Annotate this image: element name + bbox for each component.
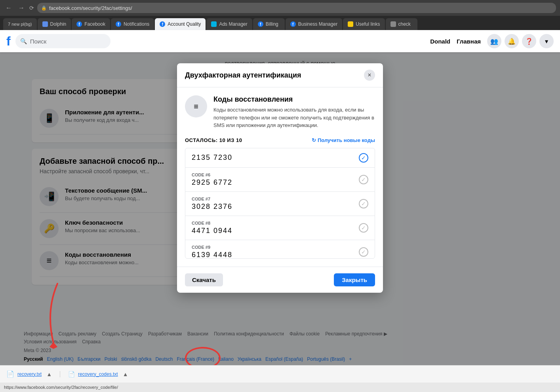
- close-modal-btn[interactable]: Закрыть: [334, 273, 375, 286]
- modal-body: ≡ Коды восстановления Коды восстановлени…: [177, 87, 383, 267]
- status-bar: https://www.facebook.com/security/2fac/r…: [0, 383, 560, 392]
- two-factor-modal: Двухфакторная аутентификация × ≡ Коды во…: [177, 63, 383, 293]
- code-item-6: CODE #6 2925 6772 ✓: [185, 168, 375, 192]
- tab-account-quality[interactable]: f Account Quality: [155, 18, 206, 30]
- recovery-modal-desc: Коды восстановления можно использовать д…: [213, 106, 375, 129]
- codes-remaining-label: ОСТАЛОСЬ: 10 ИЗ 10: [185, 137, 242, 143]
- dl-item-1-chevron[interactable]: ▲: [46, 371, 52, 377]
- code-item-7: CODE #7 3028 2376 ✓: [185, 192, 375, 216]
- tab-ads-label: Ads Manager: [219, 21, 247, 27]
- download-btn[interactable]: Скачать: [185, 273, 223, 286]
- code-value-1: 2135 7230: [192, 153, 232, 162]
- code-check-9: ✓: [359, 247, 368, 257]
- useful-favicon: [348, 21, 353, 27]
- fb-username: Donald: [430, 38, 450, 45]
- recovery-description: Коды восстановления Коды восстановления …: [213, 95, 375, 129]
- ads-favicon: [211, 21, 217, 27]
- page-background: подтверждения, отправленный с помощью вы…: [0, 52, 560, 392]
- search-placeholder: Поиск: [30, 38, 47, 45]
- fb-search-bar[interactable]: 🔍 Поиск: [15, 34, 110, 48]
- tab-count-label: 7 new pl(bg): [8, 22, 32, 27]
- fb-favicon-5: f: [290, 21, 296, 27]
- code-8-info: CODE #8 4471 0944: [192, 221, 232, 235]
- fb-home-link[interactable]: Главная: [457, 38, 481, 45]
- notifications-icon-btn[interactable]: 🔔: [505, 34, 519, 48]
- dl-item-2: 📄 recovery_codes.txt ▲: [60, 371, 128, 377]
- fb-logo: f: [6, 34, 11, 49]
- tab-facebook-label: Facebook: [84, 21, 105, 27]
- lock-icon: 🔒: [41, 6, 47, 11]
- code-6-info: CODE #6 2925 6772: [192, 172, 232, 187]
- dl-item-2-label[interactable]: recovery_codes.txt: [78, 371, 118, 377]
- tab-notifications-label: Notifications: [124, 21, 149, 27]
- tab-new-pl[interactable]: 7 new pl(bg): [3, 18, 37, 30]
- back-button[interactable]: ←: [4, 3, 13, 13]
- tab-notifications[interactable]: f Notifications: [111, 18, 154, 30]
- dl-item-2-icon: 📄: [68, 371, 75, 377]
- friends-icon-btn[interactable]: 👥: [487, 34, 501, 48]
- fb-nav-right: Donald Главная 👥 🔔 ❓ ▾: [430, 34, 554, 48]
- code-check-1: ✓: [359, 153, 368, 163]
- modal-header: Двухфакторная аутентификация ×: [177, 63, 383, 87]
- tab-bar: 7 new pl(bg) Dolphin f Facebook f Notifi…: [0, 16, 560, 30]
- refresh-button[interactable]: ⟳: [29, 5, 34, 11]
- status-url: https://www.facebook.com/security/2fac/r…: [4, 385, 118, 390]
- fb-favicon-2: f: [116, 21, 121, 27]
- browser-chrome: ← → ⟳ 🔒 facebook.com/security/2fac/setti…: [0, 0, 560, 16]
- tab-dolphin-label: Dolphin: [50, 21, 67, 27]
- tab-check[interactable]: check: [386, 18, 417, 30]
- dl-item-1-label[interactable]: recovery.txt: [17, 371, 42, 377]
- dolphin-favicon: [42, 21, 48, 27]
- help-icon-btn[interactable]: ❓: [522, 34, 536, 48]
- codes-list: 2135 7230 ✓ CODE #6 2925 6772 ✓: [185, 148, 375, 259]
- code-item-8: CODE #8 4471 0944 ✓: [185, 216, 375, 240]
- recovery-modal-title: Коды восстановления: [213, 95, 375, 104]
- tab-business-manager[interactable]: f Business Manager: [286, 18, 342, 30]
- tab-ads-manager[interactable]: Ads Manager: [206, 18, 252, 30]
- code-check-8: ✓: [359, 223, 368, 233]
- code-item-9: CODE #9 6139 4448 ✓: [185, 240, 375, 259]
- tab-dolphin[interactable]: Dolphin: [38, 18, 71, 30]
- tab-billing[interactable]: f Billing: [253, 18, 285, 30]
- code-item-1: 2135 7230 ✓: [185, 148, 375, 168]
- dl-item-1: 📄 recovery.txt ▲: [6, 370, 52, 378]
- fb-favicon-3: f: [160, 21, 165, 27]
- tab-check-label: check: [398, 21, 411, 27]
- get-new-codes-btn[interactable]: ↻ Получить новые коды: [312, 137, 375, 143]
- fb-navbar: f 🔍 Поиск Donald Главная 👥 🔔 ❓ ▾: [0, 30, 560, 52]
- tab-facebook[interactable]: f Facebook: [72, 18, 110, 30]
- code-7-info: CODE #7 3028 2376: [192, 197, 232, 211]
- address-text: facebook.com/security/2fac/settings/: [49, 5, 132, 11]
- codes-header: ОСТАЛОСЬ: 10 ИЗ 10 ↻ Получить новые коды: [185, 137, 375, 143]
- dl-item-2-chevron[interactable]: ▲: [123, 371, 128, 377]
- fb-favicon: f: [76, 21, 82, 27]
- modal-close-btn[interactable]: ×: [364, 70, 375, 81]
- tab-useful-links-label: Useful links: [356, 21, 380, 27]
- modal-title: Двухфакторная аутентификация: [185, 71, 301, 80]
- recovery-modal-icon: ≡: [185, 95, 207, 117]
- tab-business-manager-label: Business Manager: [298, 21, 337, 27]
- menu-icon-btn[interactable]: ▾: [539, 34, 554, 48]
- recovery-section-header: ≡ Коды восстановления Коды восстановлени…: [185, 95, 375, 129]
- download-bar: 📄 recovery.txt ▲ 📄 recovery_codes.txt ▲: [0, 365, 560, 383]
- code-check-6: ✓: [359, 175, 368, 184]
- tab-billing-label: Billing: [266, 21, 278, 27]
- forward-button[interactable]: →: [17, 3, 26, 13]
- code-9-info: CODE #9 6139 4448: [192, 245, 232, 259]
- tab-account-quality-label: Account Quality: [168, 21, 201, 27]
- check-favicon: [390, 21, 396, 27]
- tab-useful-links[interactable]: Useful links: [343, 18, 385, 30]
- code-check-7: ✓: [359, 199, 368, 208]
- address-bar[interactable]: 🔒 facebook.com/security/2fac/settings/: [37, 3, 556, 13]
- modal-footer: Скачать Закрыть: [177, 267, 383, 293]
- fb-favicon-4: f: [258, 21, 263, 27]
- dl-item-1-icon: 📄: [6, 370, 14, 378]
- search-icon: 🔍: [20, 38, 27, 44]
